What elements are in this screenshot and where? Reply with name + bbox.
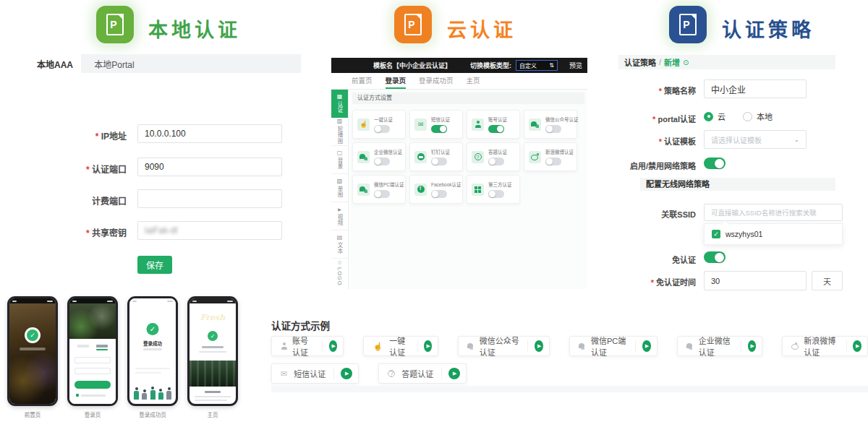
switch-template-type-label: 切换模板类型: <box>470 61 511 70</box>
phone-previews: ✓ 前置页 <box>7 296 238 418</box>
play-icon[interactable]: ▶ <box>341 368 352 379</box>
phone-screen-login-success: ✓ 登录成功 <box>127 296 178 406</box>
radio-cloud[interactable] <box>704 112 713 121</box>
ssid-search-input[interactable]: 可直接输入SSID名称进行搜索关联 <box>704 204 843 221</box>
sidebar-item-logo[interactable]: LOGO <box>331 259 348 287</box>
dingtalk-icon <box>417 153 425 160</box>
sidebar-item-single-image[interactable]: 单图 <box>331 174 348 202</box>
ssid-label: 关联SSID <box>587 208 696 220</box>
tab-login-page[interactable]: 登录页 <box>386 73 407 89</box>
tab-login-success-page[interactable]: 登录成功页 <box>419 73 454 89</box>
wechat-pc-icon <box>359 186 367 193</box>
method-card-weibo: 新浪微博认证 <box>524 142 577 171</box>
radio-local[interactable] <box>743 112 752 121</box>
method-card-wecom: 企业微信认证 <box>352 142 406 171</box>
portal-auth-label: portal认证 <box>587 113 696 124</box>
example-chip-wechat-official[interactable]: 微信公众号认证 ▶ <box>458 336 550 356</box>
breadcrumb-current: 新增 <box>664 56 680 68</box>
play-icon[interactable]: ▶ <box>748 340 757 352</box>
ssid-option[interactable]: wszyhys01 <box>726 230 762 238</box>
weibo-icon <box>791 342 797 350</box>
wecom-icon <box>686 343 692 350</box>
free-auth-time-unit: 天 <box>812 271 843 290</box>
ip-address-input[interactable]: 10.0.0.100 <box>137 124 282 143</box>
image-icon <box>337 178 343 184</box>
one-key-toggle[interactable] <box>374 125 390 133</box>
shared-key-label: 共享密钥 <box>33 226 127 238</box>
quiz-toggle[interactable] <box>488 158 504 165</box>
auth-methods-title: 认证方式设置 <box>352 92 584 104</box>
dingtalk-toggle[interactable] <box>431 158 447 165</box>
save-button[interactable]: 保存 <box>137 256 172 274</box>
play-icon[interactable]: ▶ <box>329 340 337 352</box>
free-auth-toggle[interactable] <box>704 251 726 263</box>
sidebar-item-carousel[interactable]: 轮播图 <box>331 118 348 146</box>
hand-icon <box>373 342 383 350</box>
tab-home-page[interactable]: 主页 <box>467 73 480 89</box>
auth-template-select[interactable]: 请选择认证模板 ⌄ <box>704 130 807 149</box>
sidebar-item-video[interactable]: 视频 <box>331 202 348 230</box>
play-icon[interactable]: ▶ <box>448 368 460 379</box>
template-editor-body: 认证 轮播图 背景 单图 视频 <box>331 90 587 289</box>
example-chip-quiz[interactable]: 答题认证 ▶ <box>378 363 467 384</box>
example-chip-one-key[interactable]: 一键认证 ▶ <box>363 336 438 356</box>
tab-pre-page[interactable]: 前置页 <box>352 73 373 89</box>
grid-icon <box>475 186 481 193</box>
example-chip-wechat-pc[interactable]: 微信PC端认证 ▶ <box>569 336 658 356</box>
method-card-third-party: 第三方认证 <box>467 175 520 204</box>
facebook-toggle[interactable] <box>431 190 447 198</box>
sidebar-item-auth[interactable]: 认证 <box>331 90 348 118</box>
cloud-template-editor: 模板名【中小企业云认证】 切换模板类型: 自定义 ⇅ 预览 前置页 登录页 登录… <box>331 58 587 289</box>
question-icon <box>475 153 482 160</box>
examples-row-1: 账号认证 ▶ 一键认证 ▶ 微信公众号认证 ▶ 微信PC端认证 ▶ 企业微信认证… <box>271 336 868 356</box>
example-chip-weibo[interactable]: 新浪微博认证 ▶ <box>782 336 868 356</box>
examples-title: 认证方式示例 <box>271 318 330 332</box>
wechat-icon <box>467 343 473 350</box>
wecom-icon <box>359 154 367 160</box>
local-tabbar: 本地AAA 本地Portal <box>29 54 301 73</box>
document-p-icon: P <box>106 14 124 35</box>
play-icon[interactable]: ▶ <box>642 340 651 352</box>
example-chip-account[interactable]: 账号认证 ▶ <box>271 336 344 356</box>
sms-toggle[interactable] <box>431 125 447 133</box>
checkbox-icon[interactable]: ✓ <box>712 230 720 238</box>
template-page-tabs: 前置页 登录页 登录成功页 主页 <box>331 73 587 90</box>
wecom-toggle[interactable] <box>374 158 390 165</box>
wechat-icon <box>531 121 539 128</box>
account-toggle[interactable] <box>488 125 504 133</box>
fresh-sign: Fresh <box>200 313 226 322</box>
play-icon[interactable]: ▶ <box>535 340 543 352</box>
template-type-select[interactable]: 自定义 ⇅ <box>516 60 558 71</box>
text-icon <box>337 235 343 241</box>
weibo-icon <box>531 153 539 160</box>
play-icon[interactable]: ▶ <box>853 340 861 352</box>
accounting-port-input[interactable] <box>137 189 282 208</box>
example-chip-wecom[interactable]: 企业微信认证 ▶ <box>677 336 763 356</box>
wechat-official-toggle[interactable] <box>545 125 561 133</box>
background-icon <box>337 150 343 156</box>
tab-local-aaa[interactable]: 本地AAA <box>29 54 81 73</box>
accounting-port-label: 计费端口 <box>33 194 127 207</box>
preview-button[interactable]: 预览 <box>569 61 582 70</box>
sidebar-item-text[interactable]: 文本 <box>331 230 348 259</box>
chevron-down-icon: ⌄ <box>793 136 799 143</box>
examples-row-2: 短信认证 ▶ 答题认证 ▶ <box>271 363 467 384</box>
play-icon[interactable]: ▶ <box>424 340 431 352</box>
phone-caption: 主页 <box>187 410 238 418</box>
network-policy-toggle[interactable] <box>704 158 726 169</box>
ssid-dropdown: ✓ wszyhys01 <box>704 223 843 245</box>
example-chip-sms[interactable]: 短信认证 ▶ <box>271 363 359 384</box>
wechat-pc-toggle[interactable] <box>374 190 390 198</box>
sidebar-item-background[interactable]: 背景 <box>331 146 348 174</box>
policy-name-input[interactable]: 中小企业 <box>704 79 807 98</box>
breadcrumb-root[interactable]: 认证策略 <box>624 56 656 68</box>
shared-key-input[interactable]: laiFak-dl <box>137 221 282 240</box>
weibo-toggle[interactable] <box>545 158 561 165</box>
third-party-toggle[interactable] <box>488 190 504 198</box>
free-auth-time-input[interactable]: 30 <box>704 271 807 290</box>
check-icon: ✓ <box>147 323 159 335</box>
template-name: 模板名【中小企业云认证】 <box>373 61 451 70</box>
tab-local-portal[interactable]: 本地Portal <box>81 54 148 73</box>
auth-port-input[interactable]: 9090 <box>137 158 282 176</box>
method-card-facebook: Facebook认证 <box>409 175 463 204</box>
